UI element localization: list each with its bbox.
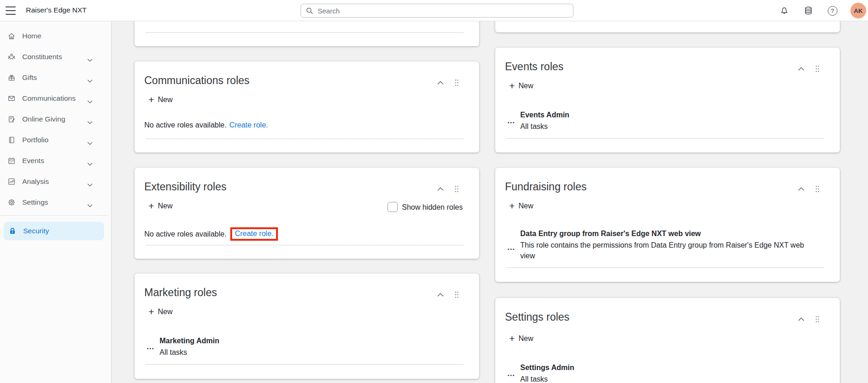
show-hidden-roles-label[interactable]: Show hidden roles [402,203,463,212]
drag-handle[interactable] [815,65,819,73]
divider [506,138,824,139]
chevron-down-icon [87,76,92,85]
sidebar-item-home[interactable]: Home [0,26,107,46]
menu-icon[interactable] [6,6,16,15]
role-row: Events Admin All tasks [520,111,569,132]
help-button[interactable]: ? [826,5,838,17]
drag-handle[interactable] [455,291,459,298]
portfolio-icon [7,136,16,144]
annotation-highlight: Create role. [230,227,278,241]
chevron-down-icon [87,55,92,64]
divider [506,267,824,268]
events-roles-card: Events roles + New Events Admin All task… [495,48,840,152]
plus-icon: + [509,201,515,211]
ellipsis-icon [507,248,515,250]
fundraising-roles-card: Fundraising roles + New Data Entry group… [495,168,840,282]
role-menu-button[interactable] [507,117,515,126]
drag-handle-icon [455,79,459,86]
sidebar-item-analysis[interactable]: Analysis [0,171,107,192]
chevron-down-icon [87,97,92,105]
collapse-button[interactable] [798,187,804,191]
collapse-button[interactable] [798,67,804,71]
new-role-button[interactable]: + New [509,201,533,211]
card-title: Events roles [505,61,564,73]
sidebar-item-portfolio[interactable]: Portfolio [0,130,107,150]
chevron-down-icon [87,139,92,147]
drag-handle-icon [455,185,459,193]
sidebar-item-events[interactable]: Events [0,151,107,171]
drag-handle-icon [455,291,459,298]
create-role-link[interactable]: Create role. [235,230,274,238]
analysis-icon [7,177,16,186]
top-bar: Raiser's Edge NXT [0,0,868,21]
gear-icon [7,198,16,207]
sidebar-item-settings[interactable]: Settings [0,192,107,213]
app-title: Raiser's Edge NXT [26,6,86,14]
new-role-button[interactable]: + New [148,307,172,316]
drag-handle[interactable] [455,185,459,193]
role-description: All tasks [160,347,219,358]
search-input[interactable] [318,7,568,15]
role-menu-button[interactable] [507,244,515,252]
main-content: All tasks Communications roles + New No … [111,21,868,383]
chevron-up-icon [437,187,443,191]
constituents-icon [7,53,16,61]
chevron-up-icon [437,81,443,85]
drag-handle[interactable] [815,316,819,323]
collapse-button[interactable] [437,187,443,191]
role-menu-button[interactable] [507,370,515,378]
card-title: Settings roles [505,311,569,323]
role-row: Marketing Admin All tasks [160,337,219,358]
collapse-button[interactable] [798,317,804,321]
role-row: Data Entry group from Raiser's Edge NXT … [520,230,811,261]
ellipsis-icon [507,374,515,377]
settings-roles-card: Settings roles + New Settings Admin All … [495,298,840,383]
chevron-down-icon [87,180,92,188]
collapse-button[interactable] [437,293,443,297]
show-hidden-roles-checkbox[interactable] [388,202,398,212]
role-menu-button[interactable] [147,343,154,352]
partial-card-top-left: All tasks [135,21,479,46]
avatar[interactable]: AK [850,3,866,18]
create-role-link[interactable]: Create role. [229,121,268,129]
sidebar-item-security[interactable]: Security [4,222,104,240]
notifications-button[interactable] [778,5,790,17]
extensibility-roles-card: Extensibility roles + New Show hidden ro… [135,168,479,259]
role-description: This role contains the permissions from … [520,240,811,261]
drag-handle[interactable] [455,79,459,86]
new-role-button[interactable]: + New [148,95,172,104]
plus-icon: + [148,201,154,211]
sidebar-item-constituents[interactable]: Constituents [0,47,107,67]
search-icon [306,7,314,15]
sidebar-divider [0,215,107,216]
plus-icon: + [509,81,515,91]
card-title: Extensibility roles [144,181,227,193]
new-role-button[interactable]: + New [509,334,533,343]
plus-icon: + [148,307,154,316]
new-role-button[interactable]: + New [509,81,533,91]
drag-handle[interactable] [815,185,819,193]
divider [146,364,463,365]
lock-icon [8,227,17,235]
calendar-icon [7,157,16,165]
plus-icon: + [148,95,154,104]
sidebar-item-communications[interactable]: Communications [0,88,107,109]
sidebar-item-online-giving[interactable]: Online Giving [0,109,107,129]
new-role-button[interactable]: + New [148,201,172,211]
divider [146,32,463,33]
sidebar-item-gifts[interactable]: Gifts [0,67,107,88]
drag-handle-icon [815,185,819,193]
chevron-up-icon [798,187,804,191]
database-button[interactable] [802,5,814,17]
collapse-button[interactable] [437,81,443,85]
chevron-up-icon [437,293,443,297]
role-description: All tasks [520,121,569,132]
help-icon: ? [828,6,837,16]
card-title: Fundraising roles [505,181,586,193]
search-box[interactable] [301,4,573,18]
divider [146,245,463,245]
card-title: Marketing roles [144,286,217,299]
ellipsis-icon [507,122,515,124]
app-window: Raiser's Edge NXT [0,0,868,383]
role-row: Settings Admin All tasks [520,364,574,383]
